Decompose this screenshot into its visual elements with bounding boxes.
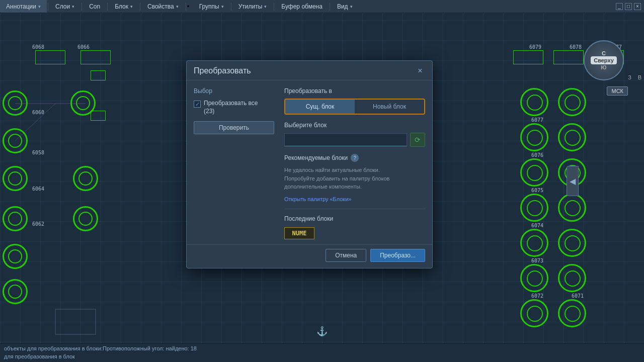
toolbar-con[interactable]: Con [83, 0, 106, 13]
toolbar: Аннотации ▾ Слои ▾ Con Блок ▾ Свойства ▾… [0, 0, 644, 13]
block-chevron-icon: ▾ [130, 4, 133, 9]
toolbar-annotations[interactable]: Аннотации ▾ [0, 0, 47, 13]
cad-shape [520, 264, 548, 292]
dialog-titlebar: Преобразовать × [187, 61, 432, 80]
select-block-title: Выберите блок [284, 122, 425, 129]
cad-shape [558, 194, 586, 222]
cad-shape [3, 244, 28, 269]
cad-number: 6064 [32, 186, 44, 192]
status-line-1: объекты для преобразования в блоки:Проти… [4, 345, 640, 352]
toolbar-sep [48, 3, 48, 11]
help-icon[interactable]: ? [351, 154, 359, 162]
new-block-button[interactable]: Новый блок [355, 100, 424, 114]
cad-shape [3, 206, 28, 231]
dialog-footer: Отмена Преобразо... [187, 244, 432, 268]
existing-block-button[interactable]: Сущ. блок [285, 100, 355, 114]
cancel-button[interactable]: Отмена [326, 249, 366, 262]
cad-number: 6066 [77, 44, 90, 50]
cad-shape [558, 88, 586, 116]
window-close[interactable]: × [634, 3, 641, 10]
compass-view-button[interactable]: Сверху [591, 56, 617, 64]
toolbar-groups[interactable]: Группы ▾ [193, 0, 230, 13]
recommended-title: Рекомендуемые блоки [284, 154, 348, 161]
convert-all-label: Преобразовать все [204, 100, 258, 107]
browse-icon: ⟳ [415, 136, 421, 144]
groups-chevron-icon: ▾ [221, 4, 224, 9]
cad-rect [513, 50, 543, 64]
cad-shape [3, 166, 28, 191]
block-select-row: ⟳ [284, 133, 425, 147]
cad-number: 6072 [531, 293, 543, 299]
cad-number: 6077 [531, 117, 543, 123]
cad-number: 6079 [529, 44, 541, 50]
recommended-text: Не удалось найти актуальные блоки. Попро… [284, 166, 425, 191]
cad-number: 6073 [531, 258, 543, 263]
cad-number: 6078 [570, 44, 582, 50]
compass-south-label: Ю [601, 64, 606, 70]
dialog-close-button[interactable]: × [415, 66, 425, 76]
utilities-chevron-icon: ▾ [264, 4, 267, 9]
toolbar-properties[interactable]: Свойства ▾ [141, 0, 185, 13]
toolbar-block[interactable]: Блок ▾ [109, 0, 139, 13]
annotations-chevron-icon: ▾ [38, 4, 41, 9]
block-dropdown[interactable] [284, 133, 407, 146]
toolbar-sep [274, 3, 274, 11]
last-block-item[interactable]: NUME [284, 227, 314, 239]
cad-shape [520, 229, 548, 257]
cad-shape [520, 123, 548, 151]
toolbar-sep [140, 3, 140, 11]
toolbar-sep [82, 3, 82, 11]
check-button[interactable]: Проверить [194, 121, 274, 134]
cad-number: 6060 [32, 110, 44, 115]
svg-rect-2 [55, 309, 96, 334]
cad-shape [520, 158, 548, 187]
cad-shape [73, 166, 98, 191]
divider [284, 209, 425, 209]
window-minimize[interactable]: _ [616, 3, 623, 10]
cad-number: 6068 [32, 44, 44, 50]
cad-rect [35, 50, 65, 64]
cad-shape [558, 229, 586, 257]
toolbar-view[interactable]: Вид ▾ [331, 0, 359, 13]
cad-rect [91, 111, 106, 121]
toolbar-bullet: • [187, 3, 193, 10]
toolbar-sep [107, 3, 108, 11]
compass-east-label: В [638, 74, 641, 80]
cad-shape [558, 123, 586, 151]
window-maximize[interactable]: □ [625, 3, 632, 10]
properties-chevron-icon: ▾ [176, 4, 179, 9]
toolbar-layers[interactable]: Слои ▾ [49, 0, 80, 13]
cad-rect [91, 70, 106, 80]
convert-all-checkbox[interactable] [194, 101, 201, 108]
cad-shape [520, 194, 548, 222]
toolbar-sep [231, 3, 231, 11]
status-line-2: для преобразования в блок [4, 353, 640, 360]
browse-block-button[interactable]: ⟳ [410, 133, 425, 147]
cad-number: 6075 [531, 188, 543, 193]
mck-badge[interactable]: МСК [607, 86, 628, 96]
last-blocks-title: Последние блоки [284, 215, 425, 222]
toolbar-sep [330, 3, 330, 11]
compass-west-label: З [628, 74, 631, 80]
convert-to-buttons: Сущ. блок Новый блок [284, 99, 425, 115]
dialog-title: Преобразовать [194, 66, 251, 75]
convert-to-title: Преобразовать в [284, 87, 425, 95]
convert-button[interactable]: Преобразо... [370, 249, 425, 262]
cad-shape [3, 279, 28, 304]
cad-number: 6076 [531, 152, 543, 158]
view-chevron-icon: ▾ [350, 4, 353, 9]
anchor-symbol: ⚓ [316, 326, 328, 337]
cad-shape [558, 299, 586, 327]
cad-shape [73, 206, 98, 231]
open-palette-link[interactable]: Открыть палитру «Блоки» [284, 196, 351, 202]
dialog-body: Выбор Преобразовать все (23) Проверить П… [187, 80, 432, 244]
cad-shape [520, 299, 548, 327]
toolbar-clipboard[interactable]: Буфер обмена [275, 0, 329, 13]
toolbar-utilities[interactable]: Утилиты ▾ [232, 0, 273, 13]
compass: С Сверху Ю [584, 40, 624, 80]
cad-number: 6058 [32, 150, 44, 155]
nav-arrow-button[interactable]: ◀ [567, 166, 579, 196]
cad-shape [3, 90, 28, 116]
cad-rect [553, 50, 584, 64]
cad-number: 6071 [572, 293, 584, 299]
